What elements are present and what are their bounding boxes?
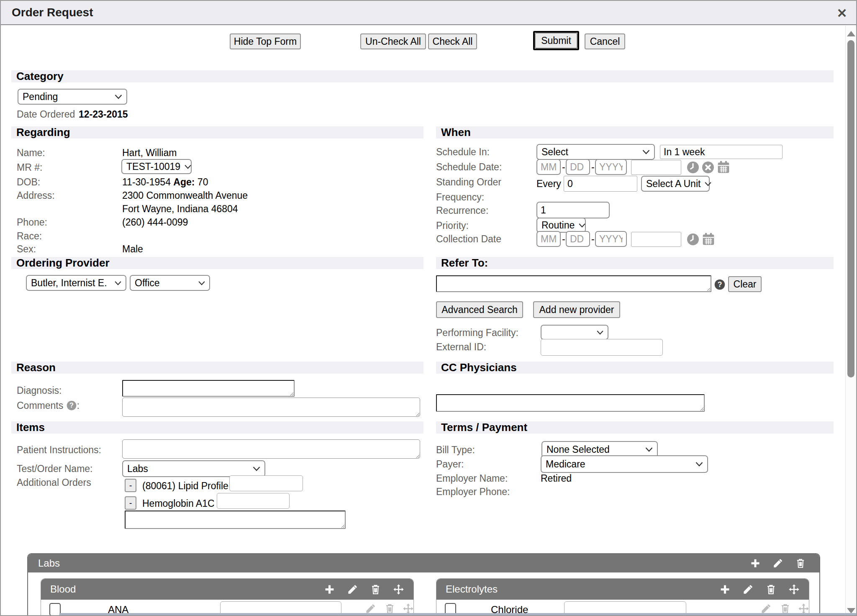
mr-select[interactable]: TEST-10019 — [121, 159, 192, 174]
add-icon[interactable] — [719, 584, 731, 595]
payer-select[interactable]: Medicare — [541, 455, 708, 473]
collection-date-yyyy-input[interactable] — [595, 231, 627, 247]
patient-instructions-input[interactable] — [122, 439, 420, 459]
pencil-icon[interactable] — [347, 584, 358, 595]
close-icon[interactable]: ✕ — [834, 5, 850, 22]
scrollbar-thumb[interactable] — [847, 40, 854, 377]
address-label: Address: — [17, 190, 55, 201]
name-label: Name: — [17, 147, 45, 159]
clear-button[interactable]: Clear — [728, 276, 762, 292]
clear-date-icon[interactable] — [701, 161, 715, 174]
refer-to-section-header: Refer To: — [436, 257, 834, 269]
labs-panel: Labs Blood ANA — [27, 553, 820, 616]
clock-icon[interactable] — [686, 233, 700, 246]
priority-select[interactable]: Routine — [536, 218, 586, 233]
additional-orders-input[interactable] — [125, 511, 346, 529]
mr-select-value: TEST-10019 — [126, 161, 180, 172]
test-order-name-label: Test/Order Name: — [17, 463, 93, 475]
ordering-provider-section-header: Ordering Provider — [11, 257, 423, 269]
trash-icon[interactable] — [384, 603, 395, 614]
add-icon[interactable] — [750, 558, 761, 569]
performing-facility-select[interactable] — [541, 325, 608, 340]
phone-value: (260) 444-0099 — [122, 217, 188, 228]
pencil-icon[interactable] — [365, 603, 376, 614]
dob-label: DOB: — [17, 177, 40, 188]
external-id-input[interactable] — [541, 339, 663, 356]
test-order-select[interactable]: Labs — [122, 460, 265, 477]
lab-item-checkbox[interactable] — [49, 603, 61, 616]
trash-icon[interactable] — [795, 558, 806, 569]
order-request-dialog: Order Request ✕ Hide Top Form Un-Check A… — [0, 0, 857, 616]
chevron-down-icon — [644, 446, 654, 453]
schedule-date-yyyy-input[interactable] — [595, 159, 627, 175]
clock-icon[interactable] — [686, 161, 700, 174]
every-input[interactable] — [564, 176, 637, 192]
collection-date-time-input[interactable] — [631, 232, 681, 247]
schedule-date-dd-input[interactable] — [566, 159, 590, 175]
move-icon[interactable] — [798, 603, 809, 614]
cancel-button[interactable]: Cancel — [585, 33, 625, 49]
unit-select[interactable]: Select A Unit — [641, 176, 710, 192]
remove-order-button[interactable]: - — [125, 496, 136, 510]
trash-icon[interactable] — [765, 584, 777, 595]
help-icon[interactable] — [66, 400, 77, 411]
every-label: Every — [536, 178, 561, 190]
provider-location-select[interactable]: Office — [130, 275, 210, 291]
pencil-icon[interactable] — [772, 558, 783, 569]
schedule-in-select[interactable]: Select — [536, 144, 655, 160]
bill-type-label: Bill Type: — [436, 444, 475, 456]
check-all-button[interactable]: Check All — [428, 33, 477, 49]
mr-label: MR #: — [17, 162, 42, 173]
cc-physicians-input[interactable] — [436, 394, 705, 412]
order-item-input[interactable] — [229, 475, 303, 491]
category-heading: Category — [11, 70, 64, 83]
when-section-header: When — [436, 126, 834, 139]
comments-colon: : — [77, 400, 80, 411]
scroll-up-icon[interactable] — [847, 31, 855, 36]
electrolytes-group-header: Electrolytes — [436, 579, 809, 600]
submit-button[interactable]: Submit — [535, 33, 577, 49]
advanced-search-button[interactable]: Advanced Search — [436, 301, 523, 318]
chevron-down-icon — [641, 149, 651, 155]
pencil-icon[interactable] — [760, 603, 772, 614]
schedule-date-mm-input[interactable] — [536, 159, 561, 175]
pencil-icon[interactable] — [742, 584, 754, 595]
order-item-input[interactable] — [217, 493, 290, 509]
cc-physicians-section-header: CC Physicians — [436, 362, 834, 374]
schedule-in-input[interactable] — [660, 145, 783, 159]
ordering-provider-select[interactable]: Butler, Internist E. — [26, 275, 126, 291]
order-item-name: (80061) Lipid Profile — [142, 480, 228, 492]
trash-icon[interactable] — [780, 603, 791, 614]
diagnosis-input[interactable] — [122, 380, 295, 397]
diagnosis-label: Diagnosis: — [17, 385, 62, 396]
add-new-provider-button[interactable]: Add new provider — [533, 301, 620, 318]
hide-top-form-button[interactable]: Hide Top Form — [230, 33, 301, 49]
dialog-title: Order Request — [1, 6, 93, 19]
frequency-label: Frequency: — [436, 192, 484, 203]
refer-to-heading: Refer To: — [436, 257, 488, 270]
provider-location-value: Office — [135, 277, 160, 289]
recurrence-input[interactable] — [536, 202, 610, 218]
move-icon[interactable] — [788, 584, 800, 595]
comments-input[interactable] — [122, 398, 420, 417]
chevron-down-icon — [114, 93, 123, 100]
uncheck-all-button[interactable]: Un-Check All — [360, 33, 426, 49]
vertical-scrollbar[interactable] — [845, 26, 856, 616]
horizontal-scrollbar[interactable] — [59, 613, 857, 616]
calendar-icon[interactable] — [716, 160, 731, 174]
date-separator: - — [591, 162, 595, 173]
move-icon[interactable] — [393, 584, 404, 595]
collection-date-dd-input[interactable] — [566, 231, 590, 247]
performing-facility-label: Performing Facility: — [436, 327, 518, 339]
add-icon[interactable] — [324, 584, 335, 595]
collection-date-mm-input[interactable] — [536, 231, 561, 247]
help-icon[interactable] — [714, 279, 726, 290]
refer-to-input[interactable] — [436, 275, 711, 292]
move-icon[interactable] — [403, 603, 414, 614]
schedule-date-time-input[interactable] — [631, 160, 681, 175]
trash-icon[interactable] — [370, 584, 381, 595]
patient-instructions-label: Patient Instructions: — [17, 444, 101, 456]
calendar-icon[interactable] — [701, 232, 716, 246]
remove-order-button[interactable]: - — [125, 479, 136, 492]
category-select[interactable]: Pending — [18, 89, 127, 105]
